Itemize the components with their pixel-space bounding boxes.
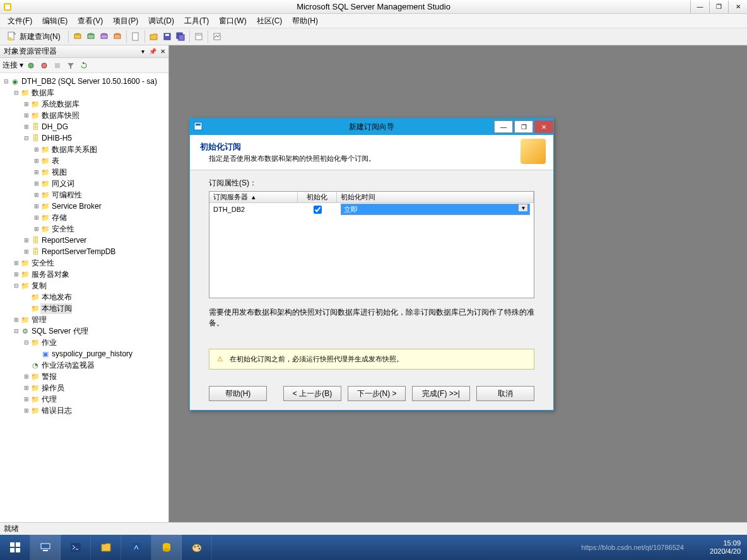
tree-operators[interactable]: ⊞📁操作员	[0, 382, 168, 394]
taskbar-server-manager-icon[interactable]	[30, 535, 61, 560]
menu-edit[interactable]: 编辑(E)	[37, 15, 73, 28]
toolbar: 新建查询(N)	[0, 28, 747, 45]
tool-db3-icon[interactable]	[98, 31, 110, 42]
tool-db-icon[interactable]	[72, 31, 83, 42]
cell-init-checkbox[interactable]	[314, 206, 322, 214]
menu-window[interactable]: 窗口(W)	[214, 15, 251, 28]
menu-tools[interactable]: 工具(T)	[179, 15, 214, 28]
tree-server-objects[interactable]: ⊞📁服务器对象	[0, 269, 168, 280]
taskbar-app-icon[interactable]	[121, 535, 151, 560]
menu-project[interactable]: 项目(P)	[108, 15, 143, 28]
connect-icon[interactable]	[25, 60, 37, 71]
tool-db4-icon[interactable]	[112, 31, 123, 42]
tool-saveall-icon[interactable]	[175, 31, 186, 42]
cancel-button[interactable]: 取消	[476, 386, 534, 401]
tree-local-pub[interactable]: 📁本地发布	[0, 291, 168, 303]
close-panel-icon[interactable]: ✕	[158, 48, 167, 55]
help-button[interactable]: 帮助(H)	[209, 386, 267, 401]
stop-icon[interactable]	[52, 60, 63, 71]
status-bar: 就绪	[0, 522, 747, 535]
col-init[interactable]: 初始化	[298, 192, 337, 202]
finish-button[interactable]: 完成(F) >>|	[412, 386, 470, 401]
explorer-title: 对象资源管理器 ▾ 📌 ✕	[0, 45, 168, 58]
svg-rect-7	[88, 35, 94, 38]
tree-syspolicy[interactable]: ▣syspolicy_purge_history	[0, 348, 168, 359]
tree-reportservertemp[interactable]: ⊞🗄ReportServerTempDB	[0, 246, 168, 257]
svg-rect-11	[114, 35, 121, 38]
taskbar-paint-icon[interactable]	[182, 535, 212, 560]
tree-databases[interactable]: ⊟📁数据库	[0, 87, 168, 98]
menu-file[interactable]: 文件(F)	[3, 15, 37, 28]
tree-diagrams[interactable]: ⊞📁数据库关系图	[0, 144, 168, 155]
cell-init-time-combo[interactable]: 立即	[341, 204, 530, 215]
filter-icon[interactable]	[65, 60, 76, 71]
back-button[interactable]: < 上一步(B)	[283, 386, 341, 401]
dialog-maximize-button[interactable]: ❐	[514, 120, 533, 133]
menu-view[interactable]: 查看(V)	[73, 15, 108, 28]
dialog-header: 初始化订阅 指定是否使用发布数据和架构的快照初始化每个订阅。	[190, 135, 553, 170]
refresh-icon[interactable]	[78, 60, 90, 71]
tree-tables[interactable]: ⊞📁表	[0, 155, 168, 166]
svg-rect-30	[43, 550, 48, 551]
object-explorer: 对象资源管理器 ▾ 📌 ✕ 连接 ▾ ⊟◉DTH_DB2 (SQL Server…	[0, 45, 169, 522]
close-button[interactable]: ✕	[728, 1, 747, 13]
menu-community[interactable]: 社区(C)	[252, 15, 288, 28]
tool-file-icon[interactable]	[130, 31, 141, 42]
tree-views[interactable]: ⊞📁视图	[0, 166, 168, 178]
tree-jobs[interactable]: ⊟📁作业	[0, 337, 168, 348]
svg-rect-23	[194, 122, 202, 130]
cell-server: DTH_DB2	[209, 203, 298, 216]
tree-synonyms[interactable]: ⊞📁同义词	[0, 178, 168, 189]
disconnect-icon[interactable]	[38, 60, 50, 71]
tool-open-icon[interactable]	[148, 31, 160, 42]
connect-button[interactable]: 连接 ▾	[3, 60, 23, 71]
pin-icon[interactable]: 📌	[148, 48, 157, 55]
new-query-button[interactable]: 新建查询(N)	[3, 30, 65, 44]
svg-rect-28	[16, 548, 20, 552]
tree-sql-agent[interactable]: ⊟⚙SQL Server 代理	[0, 325, 168, 337]
dialog-close-button[interactable]: ✕	[534, 120, 553, 133]
tree-error-logs[interactable]: ⊞📁错误日志	[0, 405, 168, 416]
tree-security-db[interactable]: ⊞📁安全性	[0, 223, 168, 235]
svg-point-3	[8, 37, 12, 41]
menu-debug[interactable]: 调试(D)	[143, 15, 179, 28]
tree-replication[interactable]: ⊟📁复制	[0, 280, 168, 291]
tree-local-sub[interactable]: 📁本地订阅	[0, 303, 168, 314]
tree-management[interactable]: ⊞📁管理	[0, 314, 168, 325]
svg-point-39	[198, 548, 200, 550]
svg-rect-9	[101, 35, 107, 38]
col-init-time[interactable]: 初始化时间	[337, 192, 534, 202]
tree-activity-monitor[interactable]: ◔作业活动监视器	[0, 359, 168, 371]
dialog-buttons: 帮助(H) < 上一步(B) 下一步(N) > 完成(F) >>| 取消	[190, 380, 553, 410]
taskbar-ssms-icon[interactable]	[151, 535, 182, 560]
dialog-body: 订阅属性(S)： 订阅服务器 ▴ 初始化 初始化时间 DTH_DB2	[190, 170, 553, 302]
col-server[interactable]: 订阅服务器 ▴	[209, 192, 298, 202]
svg-rect-14	[165, 34, 169, 36]
minimize-button[interactable]: —	[690, 1, 709, 13]
start-button[interactable]	[0, 535, 30, 560]
tree-programmability[interactable]: ⊞📁可编程性	[0, 189, 168, 201]
tool-activity-icon[interactable]	[211, 31, 223, 42]
dialog-minimize-button[interactable]: —	[494, 120, 513, 133]
maximize-button[interactable]: ❐	[709, 1, 728, 13]
tool-save-icon[interactable]	[162, 31, 173, 42]
tree-security[interactable]: ⊞📁安全性	[0, 257, 168, 269]
tree-snapshot[interactable]: ⊞📁数据库快照	[0, 110, 168, 121]
tree-alerts[interactable]: ⊞📁警报	[0, 371, 168, 382]
taskbar-powershell-icon[interactable]	[61, 535, 91, 560]
tool-template-icon[interactable]	[193, 31, 204, 42]
dropdown-icon[interactable]: ▾	[138, 48, 147, 55]
tree-server[interactable]: ⊟◉DTH_DB2 (SQL Server 10.50.1600 - sa)	[0, 76, 168, 87]
tree-storage[interactable]: ⊞📁存储	[0, 212, 168, 223]
tree-dh-dg[interactable]: ⊞🗄DH_DG	[0, 121, 168, 132]
next-button[interactable]: 下一步(N) >	[348, 386, 406, 401]
taskbar-clock[interactable]: 15:09 2020/4/20	[710, 539, 747, 556]
taskbar-explorer-icon[interactable]	[91, 535, 121, 560]
tool-db2-icon[interactable]	[85, 31, 97, 42]
menu-help[interactable]: 帮助(H)	[287, 15, 323, 28]
tree-proxies[interactable]: ⊞📁代理	[0, 394, 168, 405]
tree-dhib-h5[interactable]: ⊟🗄DHIB-H5	[0, 132, 168, 144]
tree-reportserver[interactable]: ⊞🗄ReportServer	[0, 235, 168, 246]
tree-service-broker[interactable]: ⊞📁Service Broker	[0, 201, 168, 212]
tree-sysdb[interactable]: ⊞📁系统数据库	[0, 98, 168, 110]
